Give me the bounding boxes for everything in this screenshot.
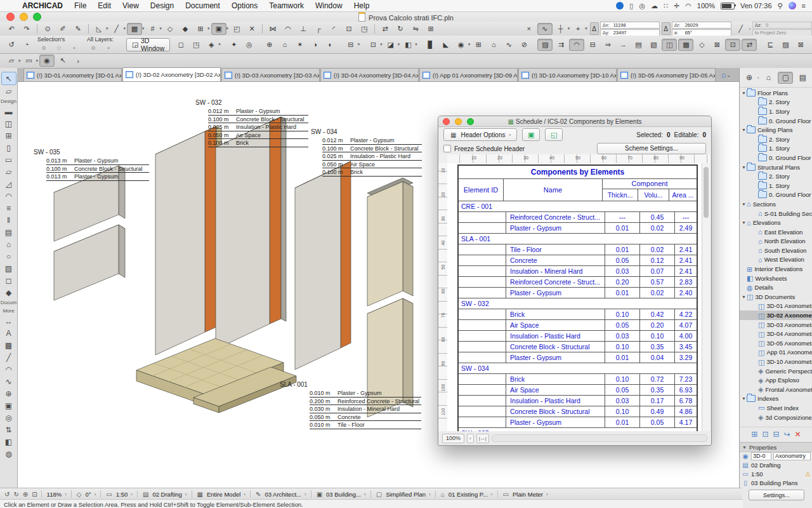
new-folder-icon[interactable]: ⊞ xyxy=(751,430,757,439)
menu-archicad[interactable]: ARCHICAD xyxy=(16,1,69,10)
marquee-tool-icon[interactable]: ▱ xyxy=(2,85,16,97)
trim-icon[interactable]: ⋈ xyxy=(266,23,280,34)
view-map-icon[interactable]: ▢ xyxy=(778,72,793,84)
rotate-view-icon[interactable]: ◉ xyxy=(39,55,55,67)
drop-all-icon[interactable]: ◦ xyxy=(67,43,81,53)
object-tool-icon[interactable]: ⌂ xyxy=(2,238,16,250)
snap-grid-dropdown[interactable]: ▾ xyxy=(160,26,162,31)
dimension-style-icon[interactable]: ◰ xyxy=(230,23,244,34)
arrow-history-icon[interactable]: ↺ xyxy=(4,39,18,50)
schedule-row[interactable]: Insulation - Plastic Hard0.030.176.78 xyxy=(459,396,697,406)
project-map-icon[interactable]: ⌂ xyxy=(761,72,775,83)
cutting-plane-icon[interactable]: ◪ xyxy=(384,39,398,50)
view-id-field[interactable]: 3D-0 xyxy=(751,452,771,460)
detach-icon[interactable]: ⊘ xyxy=(517,39,531,50)
zoom-menu-button[interactable]: › xyxy=(467,434,474,443)
rect-select-dropdown[interactable]: ▾ xyxy=(36,58,39,64)
section-tool-icon[interactable]: ⇅ xyxy=(2,424,16,436)
disclosure-arrow-icon[interactable]: ▼ xyxy=(741,128,747,132)
undo-icon[interactable]: ↶ xyxy=(4,23,18,34)
partial-structure-icon[interactable]: ▨ xyxy=(778,39,792,50)
shell-tool-icon[interactable]: ◠ xyxy=(2,190,16,202)
fit-width-button[interactable]: |↔| xyxy=(476,434,489,443)
schedule-row[interactable]: Plaster - Gypsum0.010.043.29 xyxy=(459,352,697,363)
slab-tool-icon[interactable]: ▱ xyxy=(2,166,16,178)
graphic-override-control[interactable]: ▢Simplified Plan› xyxy=(374,491,432,498)
properties-header[interactable]: ▼ Properties xyxy=(740,442,812,452)
marquee-select-icon[interactable]: ▱ xyxy=(4,55,18,66)
column-area[interactable]: Area ... xyxy=(669,189,697,201)
delete-item-icon[interactable]: ✕ xyxy=(795,430,801,439)
paint-bucket-icon[interactable]: ◣ xyxy=(439,39,453,50)
schedule-zoom-level[interactable]: 100% xyxy=(442,434,464,443)
show-layers-icon[interactable]: ○ xyxy=(86,43,100,53)
origin-dropdown[interactable]: ▾ xyxy=(568,26,570,31)
zoom-level-control[interactable]: 118%› xyxy=(45,491,68,498)
scale-control[interactable]: ▭1:50› xyxy=(104,491,134,498)
tree-item-generic-perspective[interactable]: ◈Generic Perspective xyxy=(740,366,812,376)
tab-app-01-axonometry-3d-09-axon[interactable]: (!) App 01 Axonometry [3D-09 Axon... xyxy=(419,68,518,81)
tree-item-3d-composizione[interactable]: ◈3d Composizione xyxy=(740,413,812,422)
sun-study-icon[interactable]: ✶ xyxy=(293,39,307,50)
tree-item-0-ground-floor[interactable]: 0. Ground Floor xyxy=(740,190,812,200)
column-tool-icon[interactable]: ▯ xyxy=(2,142,16,154)
reference-level-field[interactable]: to Project Zero xyxy=(752,29,812,36)
zoom-in-icon[interactable]: ⊕ xyxy=(23,491,28,498)
magic-wand-icon[interactable]: ▣ xyxy=(211,23,226,35)
marquee-3d-dropdown[interactable]: ▾ xyxy=(380,42,383,47)
sun-icon[interactable]: ◐ xyxy=(324,39,337,50)
schedule-row[interactable]: Brick0.100.424.22 xyxy=(459,309,697,320)
3d-window-button[interactable]: ◲3D Window xyxy=(126,38,170,51)
control-center-icon[interactable]: ≡ xyxy=(802,2,806,10)
split-icon[interactable]: ◠ xyxy=(281,23,295,34)
menu-window[interactable]: Window xyxy=(310,1,348,10)
clone-view-dropdown[interactable]: ▾ xyxy=(358,42,360,47)
editing-plane-dropdown[interactable]: ▾ xyxy=(415,42,417,47)
menu-options[interactable]: Options xyxy=(226,1,263,10)
column-volume[interactable]: Volu... xyxy=(638,189,669,201)
disclosure-arrow-icon[interactable]: ▼ xyxy=(741,202,747,206)
disclosure-arrow-icon[interactable]: ▼ xyxy=(741,165,747,170)
app-grid-icon[interactable]: ∷ xyxy=(664,2,668,10)
snap-guides-icon[interactable]: ▩ xyxy=(127,23,142,35)
brush-icon[interactable]: ▊ xyxy=(424,39,438,50)
tree-item-worksheets[interactable]: ◧Worksheets xyxy=(740,274,812,283)
menu-file[interactable]: File xyxy=(69,1,92,10)
arrow-tool-icon[interactable]: ↖ xyxy=(1,72,16,85)
swirl-icon[interactable]: ◎ xyxy=(639,2,645,10)
delta-y-field[interactable]: Δy:23497 xyxy=(600,29,660,36)
pen-set-row[interactable]: ▯ 03 Building Plans xyxy=(740,478,812,487)
tree-item-1-story[interactable]: 1. Story xyxy=(740,181,812,190)
arc-tool-icon[interactable]: ◠ xyxy=(2,363,16,375)
hide-layers-icon[interactable]: ◦ xyxy=(102,43,115,53)
tab-3d-10-axonometry-3d-10-axono[interactable]: (!) 3D-10 Axonometry [3D-10 Axono... xyxy=(518,68,617,81)
schedule-row[interactable]: Brick0.100.727.23 xyxy=(459,374,697,385)
polyline-tool-icon[interactable]: ∿ xyxy=(2,375,16,387)
schedule-row[interactable]: Concrete Block - Structural0.100.353.45 xyxy=(459,342,697,352)
schedule-row[interactable]: Plaster - Gypsum0.010.022.40 xyxy=(459,288,697,298)
tree-item-1-story[interactable]: 1. Story xyxy=(740,144,812,154)
fill-tool-icon[interactable]: ▩ xyxy=(2,339,16,351)
intersect-icon[interactable]: ┌ xyxy=(311,23,325,34)
markers-display-icon[interactable]: ⊠ xyxy=(710,39,724,50)
multiply-icon[interactable]: ⊞ xyxy=(424,23,438,34)
tree-item-3d-documents[interactable]: ▼◫3D Documents xyxy=(740,292,812,302)
disclosure-arrow-icon[interactable]: ▼ xyxy=(741,220,747,225)
menu-design[interactable]: Design xyxy=(145,1,180,10)
schedule-row[interactable]: Air Space0.050.356.93 xyxy=(459,385,697,396)
vectorial-hatch-icon[interactable]: ◠ xyxy=(569,39,584,51)
resize-icon[interactable]: ⊡ xyxy=(342,23,356,34)
camera-dropdown[interactable]: ▾ xyxy=(468,42,471,47)
shadows-icon[interactable]: ◑ xyxy=(308,39,322,50)
tab-3d-04-axonometry-3d-04-axon[interactable]: (!) 3D-04 Axonometry [3D-04 Axon... xyxy=(320,68,419,81)
tab-3d-03-axonometry-3d-03-axon[interactable]: (!) 3D-03 Axonometry [3D-03 Axon... xyxy=(221,68,320,81)
layer-combination-control[interactable]: ▤02 Drafting› xyxy=(141,491,188,498)
tree-item-sheet-index[interactable]: ▭Sheet Index xyxy=(740,403,812,413)
tree-item-3d-02-axonometry[interactable]: ◫3D-02 Axonometry xyxy=(740,311,812,320)
wall-tool-icon[interactable]: ▬ xyxy=(2,105,16,117)
tab-3d-02-axonometry-3d-02-axon[interactable]: (!) 3D-02 Axonometry [3D-02 Axon... xyxy=(122,67,221,81)
axonometry-dropdown[interactable]: ▾ xyxy=(218,42,221,47)
elevation-slash-icon[interactable]: ╱ xyxy=(734,23,748,34)
model-view-options-control[interactable]: ▣03 Building...› xyxy=(315,491,367,498)
redo-icon[interactable]: ↷ xyxy=(20,23,34,34)
